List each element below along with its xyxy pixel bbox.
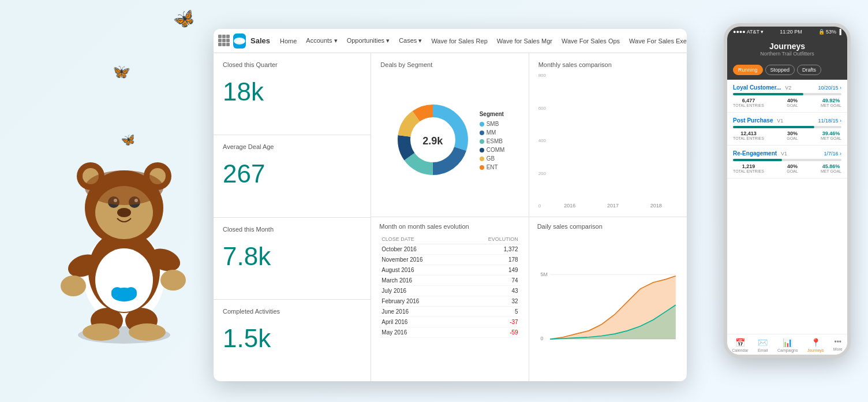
- table-row: May 2016-59: [379, 327, 520, 338]
- nav-wave-mgr[interactable]: Wave for Sales Mgr: [493, 35, 556, 47]
- post-goal-label: GOAL: [787, 136, 798, 140]
- svg-point-20: [95, 248, 153, 312]
- table-row: July 201643: [379, 286, 520, 296]
- bar-chart-title: Monthly sales comparison: [538, 61, 678, 68]
- legend-comm: COMM: [487, 147, 505, 153]
- journey-re-date: 1/7/16 ›: [824, 151, 841, 157]
- table-row: October 20161,372: [379, 244, 520, 255]
- nav-email[interactable]: ✉️ Email: [758, 338, 768, 352]
- journeys-icon: 📍: [811, 338, 821, 347]
- nav-wave-ops[interactable]: Wave For Sales Ops: [558, 35, 624, 47]
- journey-loyal[interactable]: Loyal Customer... V2 10/20/15 › 6,477 TO…: [727, 80, 847, 113]
- journey-re-stats: 1,219 TOTAL ENTRIES 40% GOAL 45.86% MET …: [733, 163, 841, 173]
- post-entries-label: TOTAL ENTRIES: [733, 136, 764, 140]
- table-date-cell: November 2016: [379, 255, 459, 265]
- donut-center: 2.9k: [422, 135, 443, 147]
- completed-activities-card: Completed Activities 1.5k: [214, 300, 371, 381]
- y-axis: 800 600 400 200 0: [538, 73, 548, 209]
- phone-app-title: Journeys: [733, 42, 841, 51]
- bar-label-2017: 2017: [607, 203, 619, 209]
- phone-time: 11:20 PM: [780, 29, 802, 35]
- table-date-cell: June 2016: [379, 307, 459, 317]
- nav-calendar[interactable]: 📅 Calendar: [732, 338, 748, 352]
- phone-status-bar: ●●●● AT&T ▾ 11:20 PM 🔒 53% ▐: [727, 27, 847, 37]
- nav-wave-rep[interactable]: Wave for Sales Rep: [427, 35, 491, 47]
- closed-month-label: Closed this Month: [223, 226, 361, 233]
- journey-reengagement[interactable]: Re-Engagement V1 1/7/16 › 1,219 TOTAL EN…: [727, 146, 847, 178]
- journey-re-version: V1: [781, 151, 787, 157]
- avg-deal-card: Average Deal Age 267: [214, 135, 371, 217]
- butterfly-3: 🦋: [120, 132, 137, 148]
- svg-point-35: [117, 208, 131, 217]
- table-date-cell: August 2016: [379, 265, 459, 276]
- table-value-cell: 32: [459, 296, 520, 307]
- journey-loyal-title: Loyal Customer...: [733, 84, 781, 91]
- nav-wave-exec[interactable]: Wave For Sales Exec: [625, 35, 687, 47]
- phone-content: Loyal Customer... V2 10/20/15 › 6,477 TO…: [727, 80, 847, 334]
- nav-opportunities[interactable]: Opportunities ▾: [343, 35, 394, 47]
- svg-point-17: [83, 323, 119, 341]
- tab-drafts[interactable]: Drafts: [797, 65, 821, 75]
- table-value-cell: -59: [459, 327, 520, 338]
- table-row: March 201674: [379, 276, 520, 286]
- journey-loyal-stats: 6,477 TOTAL ENTRIES 40% GOAL 49.92% MET …: [733, 98, 841, 107]
- journey-post-progress: [733, 126, 814, 128]
- phone-tabs: Running Stopped Drafts: [727, 61, 847, 80]
- nav-items: Home Accounts ▾ Opportunities ▾ Cases ▾ …: [276, 34, 687, 47]
- app-launcher-icon[interactable]: [218, 35, 230, 47]
- phone-carrier: ●●●● AT&T ▾: [733, 29, 764, 35]
- butterfly-2: 🦋: [111, 62, 132, 82]
- bars-area: [548, 73, 678, 200]
- nav-bar: Sales Home Accounts ▾ Opportunities ▾ Ca…: [214, 29, 687, 53]
- tab-running[interactable]: Running: [733, 65, 763, 75]
- closed-month-card: Closed this Month 7.8k: [214, 218, 371, 300]
- mascot-area: [49, 81, 199, 347]
- post-met-goal-label: MET GOAL: [821, 136, 841, 140]
- svg-point-14: [160, 270, 186, 291]
- left-column: Closed this Quarter 18k Average Deal Age…: [214, 53, 371, 381]
- phone-screen: ●●●● AT&T ▾ 11:20 PM 🔒 53% ▐ Journeys No…: [727, 27, 847, 355]
- donut-chart: 2.9k: [395, 102, 470, 180]
- legend-smb: SMB: [487, 121, 499, 127]
- post-goal: 30%: [787, 131, 798, 136]
- table-date-cell: July 2016: [379, 286, 459, 296]
- svg-point-23: [125, 287, 137, 297]
- nav-more-phone[interactable]: ••• More: [833, 338, 843, 352]
- email-icon: ✉️: [758, 338, 768, 347]
- table-row: February 201632: [379, 296, 520, 307]
- phone-battery: 🔒 53% ▐: [818, 29, 841, 35]
- area-chart: 5M 0: [537, 234, 679, 375]
- journey-post[interactable]: Post Purchase V1 11/18/15 › 12,413 TOTAL…: [727, 113, 847, 146]
- y-200: 200: [538, 171, 546, 176]
- monthly-sales-card: Monthly sales comparison 800 600 400 200…: [529, 53, 687, 217]
- table-row: November 2016178: [379, 255, 520, 265]
- re-entries-label: TOTAL ENTRIES: [733, 169, 764, 173]
- svg-point-18: [129, 323, 166, 341]
- closed-quarter-label: Closed this Quarter: [223, 61, 361, 68]
- closed-quarter-card: Closed this Quarter 18k: [214, 53, 371, 135]
- y-label-5m: 5M: [540, 271, 547, 277]
- butterfly-1: 🦋: [170, 6, 197, 32]
- nav-email-label: Email: [758, 348, 768, 352]
- donut-title: Deals by Segment: [380, 61, 519, 68]
- donut-legend: Segment SMB MM ESMB COMM GB ENT: [480, 111, 505, 170]
- loyal-entries-label: TOTAL ENTRIES: [733, 103, 764, 107]
- nav-accounts[interactable]: Accounts ▾: [302, 35, 341, 47]
- mascot-svg: [49, 81, 199, 347]
- more-icon: •••: [834, 338, 841, 346]
- legend-title: Segment: [480, 111, 505, 117]
- nav-home[interactable]: Home: [276, 35, 301, 47]
- table-title: Month on month sales evolution: [379, 223, 520, 230]
- legend-mm: MM: [487, 129, 496, 136]
- table-date-cell: May 2016: [379, 327, 459, 338]
- svg-point-36: [85, 170, 163, 205]
- tab-stopped[interactable]: Stopped: [765, 65, 795, 75]
- table-value-cell: -37: [459, 317, 520, 327]
- nav-cases[interactable]: Cases ▾: [395, 35, 426, 47]
- nav-campaigns[interactable]: 📊 Campaigns: [777, 338, 798, 352]
- y-600: 600: [538, 106, 546, 111]
- post-met-goal: 39.46%: [821, 131, 841, 136]
- table-row: June 20165: [379, 307, 520, 317]
- loyal-goal: 40%: [787, 98, 798, 103]
- nav-journeys[interactable]: 📍 Journeys: [807, 338, 824, 352]
